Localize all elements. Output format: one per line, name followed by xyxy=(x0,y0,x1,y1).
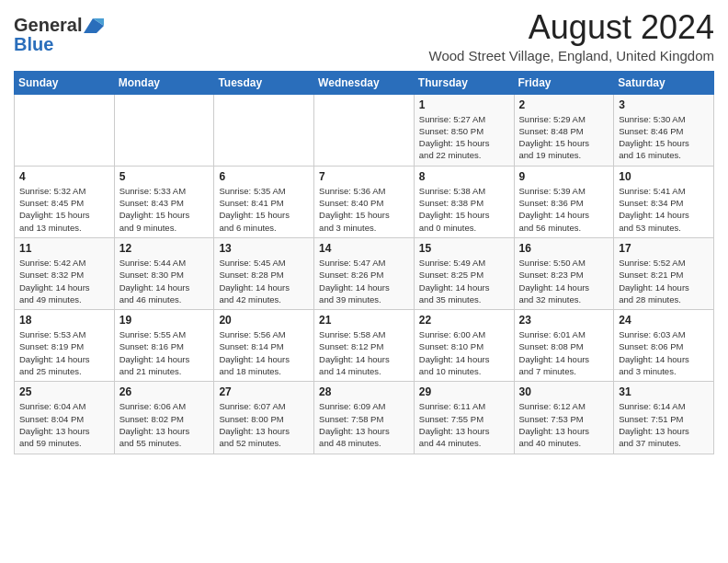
logo-icon xyxy=(84,18,104,33)
calendar-cell: 22Sunrise: 6:00 AM Sunset: 8:10 PM Dayli… xyxy=(414,310,514,382)
day-info: Sunrise: 5:38 AM Sunset: 8:38 PM Dayligh… xyxy=(419,185,509,234)
day-info: Sunrise: 5:29 AM Sunset: 8:48 PM Dayligh… xyxy=(519,113,609,162)
day-number: 31 xyxy=(619,385,709,398)
day-number: 18 xyxy=(19,314,109,327)
calendar-table: SundayMondayTuesdayWednesdayThursdayFrid… xyxy=(14,71,714,454)
calendar-week-row: 1Sunrise: 5:27 AM Sunset: 8:50 PM Daylig… xyxy=(15,94,714,166)
day-number: 16 xyxy=(519,242,609,255)
calendar-cell: 23Sunrise: 6:01 AM Sunset: 8:08 PM Dayli… xyxy=(514,310,614,382)
day-info: Sunrise: 5:50 AM Sunset: 8:23 PM Dayligh… xyxy=(519,257,609,305)
day-number: 2 xyxy=(519,98,609,111)
day-info: Sunrise: 6:00 AM Sunset: 8:10 PM Dayligh… xyxy=(419,328,509,377)
calendar-cell: 12Sunrise: 5:44 AM Sunset: 8:30 PM Dayli… xyxy=(114,237,214,309)
day-info: Sunrise: 5:49 AM Sunset: 8:25 PM Dayligh… xyxy=(419,257,509,305)
day-info: Sunrise: 6:06 AM Sunset: 8:02 PM Dayligh… xyxy=(119,400,210,449)
weekday-header: Tuesday xyxy=(214,71,314,94)
day-info: Sunrise: 6:09 AM Sunset: 7:58 PM Dayligh… xyxy=(319,400,409,449)
weekday-header: Wednesday xyxy=(314,71,415,94)
day-number: 13 xyxy=(219,242,309,255)
calendar-cell: 2Sunrise: 5:29 AM Sunset: 8:48 PM Daylig… xyxy=(514,94,614,166)
day-number: 24 xyxy=(619,314,709,327)
calendar-cell: 13Sunrise: 5:45 AM Sunset: 8:28 PM Dayli… xyxy=(214,237,314,309)
calendar-week-row: 4Sunrise: 5:32 AM Sunset: 8:45 PM Daylig… xyxy=(15,166,714,237)
day-number: 8 xyxy=(419,170,509,183)
weekday-header: Friday xyxy=(514,71,614,94)
day-info: Sunrise: 5:55 AM Sunset: 8:16 PM Dayligh… xyxy=(119,328,210,377)
calendar-cell: 21Sunrise: 5:58 AM Sunset: 8:12 PM Dayli… xyxy=(314,310,415,382)
calendar-cell: 7Sunrise: 5:36 AM Sunset: 8:40 PM Daylig… xyxy=(314,166,415,237)
day-number: 10 xyxy=(619,170,709,183)
day-number: 9 xyxy=(519,170,609,183)
day-info: Sunrise: 5:33 AM Sunset: 8:43 PM Dayligh… xyxy=(119,185,210,234)
calendar-cell: 9Sunrise: 5:39 AM Sunset: 8:36 PM Daylig… xyxy=(514,166,614,237)
calendar-cell: 28Sunrise: 6:09 AM Sunset: 7:58 PM Dayli… xyxy=(314,382,415,454)
logo-general-text: General xyxy=(14,15,82,36)
day-info: Sunrise: 6:07 AM Sunset: 8:00 PM Dayligh… xyxy=(219,400,309,449)
day-number: 26 xyxy=(119,385,210,398)
day-info: Sunrise: 5:41 AM Sunset: 8:34 PM Dayligh… xyxy=(619,185,709,234)
calendar-cell xyxy=(114,94,214,166)
day-number: 17 xyxy=(619,242,709,255)
calendar-cell: 26Sunrise: 6:06 AM Sunset: 8:02 PM Dayli… xyxy=(114,382,214,454)
day-info: Sunrise: 6:03 AM Sunset: 8:06 PM Dayligh… xyxy=(619,328,709,377)
day-number: 23 xyxy=(519,314,609,327)
page-header: General Blue August 2024 Wood Street Vil… xyxy=(14,9,714,63)
weekday-header: Saturday xyxy=(614,71,714,94)
calendar-cell: 15Sunrise: 5:49 AM Sunset: 8:25 PM Dayli… xyxy=(414,237,514,309)
day-number: 19 xyxy=(119,314,210,327)
day-info: Sunrise: 5:32 AM Sunset: 8:45 PM Dayligh… xyxy=(19,185,109,234)
title-section: August 2024 Wood Street Village, England… xyxy=(429,9,714,63)
day-number: 7 xyxy=(319,170,409,183)
calendar-cell: 3Sunrise: 5:30 AM Sunset: 8:46 PM Daylig… xyxy=(614,94,714,166)
main-title: August 2024 xyxy=(429,9,714,46)
calendar-cell: 8Sunrise: 5:38 AM Sunset: 8:38 PM Daylig… xyxy=(414,166,514,237)
calendar-cell: 11Sunrise: 5:42 AM Sunset: 8:32 PM Dayli… xyxy=(15,237,115,309)
day-info: Sunrise: 5:35 AM Sunset: 8:41 PM Dayligh… xyxy=(219,185,309,234)
day-number: 1 xyxy=(419,98,509,111)
calendar-cell: 18Sunrise: 5:53 AM Sunset: 8:19 PM Dayli… xyxy=(15,310,115,382)
calendar-cell: 1Sunrise: 5:27 AM Sunset: 8:50 PM Daylig… xyxy=(414,94,514,166)
day-number: 12 xyxy=(119,242,210,255)
calendar-cell xyxy=(214,94,314,166)
day-number: 20 xyxy=(219,314,309,327)
day-number: 14 xyxy=(319,242,409,255)
calendar-header-row: SundayMondayTuesdayWednesdayThursdayFrid… xyxy=(15,71,714,94)
calendar-cell: 4Sunrise: 5:32 AM Sunset: 8:45 PM Daylig… xyxy=(15,166,115,237)
day-info: Sunrise: 5:30 AM Sunset: 8:46 PM Dayligh… xyxy=(619,113,709,162)
day-info: Sunrise: 5:39 AM Sunset: 8:36 PM Dayligh… xyxy=(519,185,609,234)
day-number: 15 xyxy=(419,242,509,255)
subtitle: Wood Street Village, England, United Kin… xyxy=(429,48,714,63)
calendar-cell: 27Sunrise: 6:07 AM Sunset: 8:00 PM Dayli… xyxy=(214,382,314,454)
day-info: Sunrise: 5:58 AM Sunset: 8:12 PM Dayligh… xyxy=(319,328,409,377)
calendar-week-row: 25Sunrise: 6:04 AM Sunset: 8:04 PM Dayli… xyxy=(15,382,714,454)
day-number: 22 xyxy=(419,314,509,327)
calendar-cell xyxy=(15,94,115,166)
calendar-cell: 29Sunrise: 6:11 AM Sunset: 7:55 PM Dayli… xyxy=(414,382,514,454)
day-info: Sunrise: 5:53 AM Sunset: 8:19 PM Dayligh… xyxy=(19,328,109,377)
calendar-cell: 25Sunrise: 6:04 AM Sunset: 8:04 PM Dayli… xyxy=(15,382,115,454)
calendar-cell: 31Sunrise: 6:14 AM Sunset: 7:51 PM Dayli… xyxy=(614,382,714,454)
calendar-cell: 5Sunrise: 5:33 AM Sunset: 8:43 PM Daylig… xyxy=(114,166,214,237)
calendar-cell: 6Sunrise: 5:35 AM Sunset: 8:41 PM Daylig… xyxy=(214,166,314,237)
weekday-header: Sunday xyxy=(15,71,115,94)
day-info: Sunrise: 5:42 AM Sunset: 8:32 PM Dayligh… xyxy=(19,257,109,305)
day-info: Sunrise: 6:01 AM Sunset: 8:08 PM Dayligh… xyxy=(519,328,609,377)
day-info: Sunrise: 5:52 AM Sunset: 8:21 PM Dayligh… xyxy=(619,257,709,305)
day-info: Sunrise: 5:36 AM Sunset: 8:40 PM Dayligh… xyxy=(319,185,409,234)
day-number: 27 xyxy=(219,385,309,398)
day-number: 21 xyxy=(319,314,409,327)
day-number: 28 xyxy=(319,385,409,398)
calendar-cell: 10Sunrise: 5:41 AM Sunset: 8:34 PM Dayli… xyxy=(614,166,714,237)
calendar-cell: 20Sunrise: 5:56 AM Sunset: 8:14 PM Dayli… xyxy=(214,310,314,382)
day-info: Sunrise: 6:12 AM Sunset: 7:53 PM Dayligh… xyxy=(519,400,609,449)
day-number: 6 xyxy=(219,170,309,183)
day-number: 11 xyxy=(19,242,109,255)
calendar-cell: 14Sunrise: 5:47 AM Sunset: 8:26 PM Dayli… xyxy=(314,237,415,309)
day-number: 4 xyxy=(19,170,109,183)
logo-blue-text: Blue xyxy=(14,34,53,55)
calendar-cell: 16Sunrise: 5:50 AM Sunset: 8:23 PM Dayli… xyxy=(514,237,614,309)
calendar-cell: 19Sunrise: 5:55 AM Sunset: 8:16 PM Dayli… xyxy=(114,310,214,382)
day-number: 30 xyxy=(519,385,609,398)
day-info: Sunrise: 5:45 AM Sunset: 8:28 PM Dayligh… xyxy=(219,257,309,305)
day-number: 5 xyxy=(119,170,210,183)
